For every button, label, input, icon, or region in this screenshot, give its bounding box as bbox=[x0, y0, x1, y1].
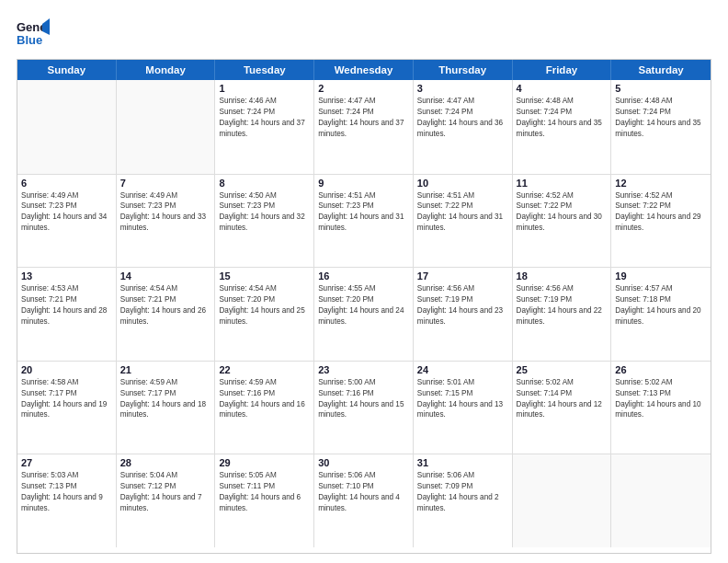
day-number: 22 bbox=[219, 364, 310, 375]
cell-info: Sunrise: 4:54 AMSunset: 7:20 PMDaylight:… bbox=[219, 283, 310, 327]
cell-info: Sunrise: 4:56 AMSunset: 7:19 PMDaylight:… bbox=[517, 283, 608, 327]
day-number: 1 bbox=[219, 83, 310, 94]
day-number: 2 bbox=[318, 83, 409, 94]
calendar-cell bbox=[17, 80, 117, 174]
day-number: 5 bbox=[615, 83, 707, 94]
calendar-cell: 2Sunrise: 4:47 AMSunset: 7:24 PMDaylight… bbox=[314, 80, 414, 174]
cell-info: Sunrise: 4:51 AMSunset: 7:23 PMDaylight:… bbox=[318, 190, 409, 235]
day-number: 25 bbox=[517, 364, 608, 375]
cell-info: Sunrise: 4:58 AMSunset: 7:17 PMDaylight:… bbox=[21, 377, 112, 421]
day-number: 15 bbox=[219, 270, 310, 282]
calendar-cell: 3Sunrise: 4:47 AMSunset: 7:24 PMDaylight… bbox=[414, 80, 513, 174]
day-number: 9 bbox=[318, 178, 409, 189]
cell-info: Sunrise: 4:48 AMSunset: 7:24 PMDaylight:… bbox=[517, 96, 608, 140]
day-number: 11 bbox=[517, 178, 608, 189]
calendar-week-5: 27Sunrise: 5:03 AMSunset: 7:13 PMDayligh… bbox=[17, 454, 711, 547]
calendar-cell: 9Sunrise: 4:51 AMSunset: 7:23 PMDaylight… bbox=[314, 175, 414, 268]
cell-info: Sunrise: 4:47 AMSunset: 7:24 PMDaylight:… bbox=[417, 96, 508, 140]
cell-info: Sunrise: 4:56 AMSunset: 7:19 PMDaylight:… bbox=[417, 283, 508, 327]
cell-info: Sunrise: 4:51 AMSunset: 7:22 PMDaylight:… bbox=[417, 190, 508, 235]
calendar-cell: 17Sunrise: 4:56 AMSunset: 7:19 PMDayligh… bbox=[414, 268, 513, 361]
day-number: 4 bbox=[517, 83, 608, 94]
calendar-cell bbox=[513, 454, 612, 547]
calendar-cell: 28Sunrise: 5:04 AMSunset: 7:12 PMDayligh… bbox=[117, 454, 216, 547]
day-number: 7 bbox=[120, 178, 211, 189]
cell-info: Sunrise: 4:59 AMSunset: 7:16 PMDaylight:… bbox=[219, 377, 310, 421]
cell-info: Sunrise: 4:49 AMSunset: 7:23 PMDaylight:… bbox=[21, 190, 112, 235]
cell-info: Sunrise: 5:04 AMSunset: 7:12 PMDaylight:… bbox=[120, 470, 211, 514]
logo-icon: General Blue bbox=[17, 17, 50, 50]
cell-info: Sunrise: 4:46 AMSunset: 7:24 PMDaylight:… bbox=[219, 96, 310, 140]
calendar-week-2: 6Sunrise: 4:49 AMSunset: 7:23 PMDaylight… bbox=[17, 174, 711, 268]
calendar-cell: 15Sunrise: 4:54 AMSunset: 7:20 PMDayligh… bbox=[215, 268, 314, 361]
calendar-cell: 20Sunrise: 4:58 AMSunset: 7:17 PMDayligh… bbox=[17, 362, 117, 454]
calendar-cell: 16Sunrise: 4:55 AMSunset: 7:20 PMDayligh… bbox=[314, 268, 414, 361]
header-wednesday: Wednesday bbox=[314, 60, 414, 80]
calendar-cell: 11Sunrise: 4:52 AMSunset: 7:22 PMDayligh… bbox=[513, 175, 612, 268]
day-number: 24 bbox=[417, 364, 508, 375]
logo: General Blue bbox=[17, 17, 50, 50]
header: General Blue bbox=[17, 17, 711, 50]
day-number: 30 bbox=[318, 457, 409, 468]
calendar-cell: 7Sunrise: 4:49 AMSunset: 7:23 PMDaylight… bbox=[117, 175, 216, 268]
cell-info: Sunrise: 4:47 AMSunset: 7:24 PMDaylight:… bbox=[318, 96, 409, 140]
cell-info: Sunrise: 4:52 AMSunset: 7:22 PMDaylight:… bbox=[517, 190, 608, 235]
day-number: 21 bbox=[120, 364, 211, 375]
calendar-cell: 21Sunrise: 4:59 AMSunset: 7:17 PMDayligh… bbox=[117, 362, 216, 454]
day-number: 29 bbox=[219, 457, 310, 468]
day-number: 20 bbox=[21, 364, 112, 375]
calendar-cell: 31Sunrise: 5:06 AMSunset: 7:09 PMDayligh… bbox=[414, 454, 513, 547]
header-monday: Monday bbox=[117, 60, 216, 80]
day-number: 8 bbox=[219, 178, 310, 189]
day-number: 27 bbox=[21, 457, 112, 468]
cell-info: Sunrise: 5:02 AMSunset: 7:13 PMDaylight:… bbox=[615, 377, 707, 421]
calendar-cell: 29Sunrise: 5:05 AMSunset: 7:11 PMDayligh… bbox=[215, 454, 314, 547]
calendar-cell: 13Sunrise: 4:53 AMSunset: 7:21 PMDayligh… bbox=[17, 268, 117, 361]
day-number: 28 bbox=[120, 457, 211, 468]
calendar-cell: 24Sunrise: 5:01 AMSunset: 7:15 PMDayligh… bbox=[414, 362, 513, 454]
header-tuesday: Tuesday bbox=[215, 60, 314, 80]
calendar-cell bbox=[117, 80, 216, 174]
calendar-cell: 25Sunrise: 5:02 AMSunset: 7:14 PMDayligh… bbox=[513, 362, 612, 454]
calendar-cell: 30Sunrise: 5:06 AMSunset: 7:10 PMDayligh… bbox=[314, 454, 414, 547]
day-number: 26 bbox=[615, 364, 707, 375]
day-number: 17 bbox=[417, 270, 508, 282]
cell-info: Sunrise: 5:05 AMSunset: 7:11 PMDaylight:… bbox=[219, 470, 310, 514]
calendar-cell: 12Sunrise: 4:52 AMSunset: 7:22 PMDayligh… bbox=[611, 175, 711, 268]
header-friday: Friday bbox=[513, 60, 612, 80]
day-number: 3 bbox=[417, 83, 508, 94]
day-number: 6 bbox=[21, 178, 112, 189]
calendar: Sunday Monday Tuesday Wednesday Thursday… bbox=[17, 59, 711, 554]
cell-info: Sunrise: 5:03 AMSunset: 7:13 PMDaylight:… bbox=[21, 470, 112, 514]
calendar-cell: 6Sunrise: 4:49 AMSunset: 7:23 PMDaylight… bbox=[17, 175, 117, 268]
cell-info: Sunrise: 4:55 AMSunset: 7:20 PMDaylight:… bbox=[318, 283, 409, 327]
calendar-cell: 22Sunrise: 4:59 AMSunset: 7:16 PMDayligh… bbox=[215, 362, 314, 454]
cell-info: Sunrise: 5:01 AMSunset: 7:15 PMDaylight:… bbox=[417, 377, 508, 421]
day-number: 10 bbox=[417, 178, 508, 189]
calendar-cell: 19Sunrise: 4:57 AMSunset: 7:18 PMDayligh… bbox=[611, 268, 711, 361]
calendar-header: Sunday Monday Tuesday Wednesday Thursday… bbox=[17, 60, 711, 80]
cell-info: Sunrise: 4:54 AMSunset: 7:21 PMDaylight:… bbox=[120, 283, 211, 327]
calendar-cell: 4Sunrise: 4:48 AMSunset: 7:24 PMDaylight… bbox=[513, 80, 612, 174]
cell-info: Sunrise: 4:57 AMSunset: 7:18 PMDaylight:… bbox=[615, 283, 707, 327]
calendar-cell: 14Sunrise: 4:54 AMSunset: 7:21 PMDayligh… bbox=[117, 268, 216, 361]
page: General Blue Sunday Monday Tuesday Wedne… bbox=[0, 0, 728, 563]
cell-info: Sunrise: 5:06 AMSunset: 7:10 PMDaylight:… bbox=[318, 470, 409, 514]
cell-info: Sunrise: 4:48 AMSunset: 7:24 PMDaylight:… bbox=[615, 96, 707, 140]
header-sunday: Sunday bbox=[17, 60, 117, 80]
cell-info: Sunrise: 5:06 AMSunset: 7:09 PMDaylight:… bbox=[417, 470, 508, 514]
calendar-cell: 10Sunrise: 4:51 AMSunset: 7:22 PMDayligh… bbox=[414, 175, 513, 268]
cell-info: Sunrise: 5:00 AMSunset: 7:16 PMDaylight:… bbox=[318, 377, 409, 421]
calendar-cell bbox=[611, 454, 711, 547]
cell-info: Sunrise: 4:50 AMSunset: 7:23 PMDaylight:… bbox=[219, 190, 310, 235]
day-number: 13 bbox=[21, 270, 112, 282]
header-thursday: Thursday bbox=[414, 60, 513, 80]
svg-text:Blue: Blue bbox=[17, 33, 42, 47]
calendar-week-4: 20Sunrise: 4:58 AMSunset: 7:17 PMDayligh… bbox=[17, 361, 711, 454]
calendar-week-3: 13Sunrise: 4:53 AMSunset: 7:21 PMDayligh… bbox=[17, 267, 711, 361]
calendar-body: 1Sunrise: 4:46 AMSunset: 7:24 PMDaylight… bbox=[17, 80, 711, 547]
calendar-cell: 23Sunrise: 5:00 AMSunset: 7:16 PMDayligh… bbox=[314, 362, 414, 454]
cell-info: Sunrise: 4:49 AMSunset: 7:23 PMDaylight:… bbox=[120, 190, 211, 235]
day-number: 16 bbox=[318, 270, 409, 282]
day-number: 18 bbox=[517, 270, 608, 282]
